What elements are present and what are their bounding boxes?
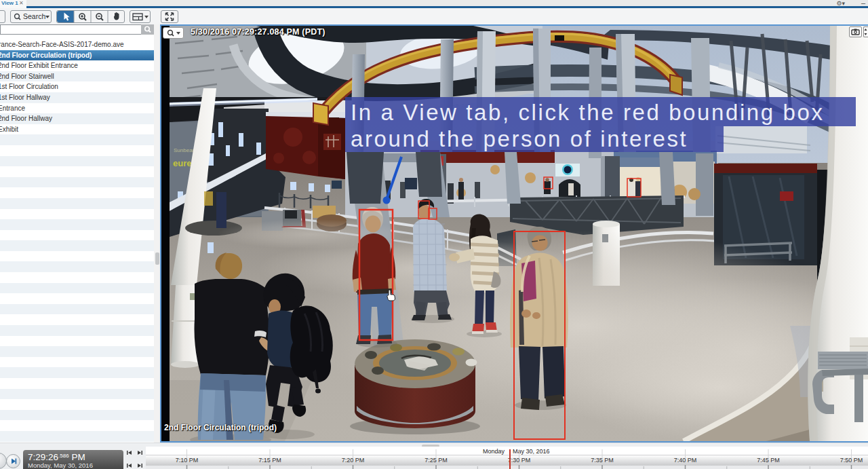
svg-text:Search: Search xyxy=(23,12,45,20)
